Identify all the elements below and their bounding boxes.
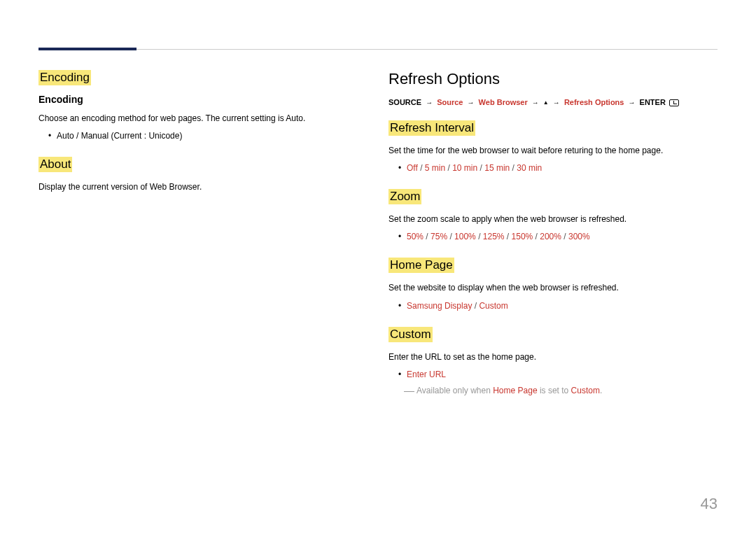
arrow-icon: → — [532, 97, 539, 108]
zoom-heading: Zoom — [388, 189, 718, 204]
page-number: 43 — [701, 495, 718, 513]
homepage-options: Samsung Display / Custom — [388, 300, 718, 313]
homepage-section: Home Page Set the website to display whe… — [388, 258, 718, 312]
bc-web-browser: Web Browser — [479, 98, 528, 106]
enter-icon — [669, 99, 679, 106]
zoom-section: Zoom Set the zoom scale to apply when th… — [388, 189, 718, 244]
arrow-icon: → — [553, 97, 560, 108]
custom-heading: Custom — [388, 327, 718, 342]
refresh-interval-heading: Refresh Interval — [388, 120, 718, 136]
top-accent-bar — [38, 48, 136, 50]
encoding-bullet: Auto / Manual (Current : Unicode) — [38, 129, 354, 143]
homepage-desc: Set the website to display when the web … — [388, 281, 718, 295]
refresh-interval-options: Off / 5 min / 10 min / 15 min / 30 min — [388, 162, 718, 175]
encoding-subheading: Encoding — [38, 94, 354, 105]
breadcrumb: SOURCE → Source → Web Browser → ▲ → Refr… — [388, 97, 718, 109]
custom-option: Enter URL — [388, 368, 718, 381]
homepage-heading: Home Page — [388, 258, 718, 273]
custom-note: ― Available only when Home Page is set t… — [388, 384, 718, 398]
right-column: Refresh Options SOURCE → Source → Web Br… — [388, 70, 718, 412]
bc-source: Source — [437, 98, 463, 106]
refresh-interval-section: Refresh Interval Set the time for the we… — [388, 120, 718, 175]
top-divider — [38, 49, 718, 50]
encoding-section: Encoding Encoding Choose an encoding met… — [38, 70, 354, 143]
left-column: Encoding Encoding Choose an encoding met… — [38, 70, 354, 209]
about-heading: About — [38, 157, 354, 172]
custom-section: Custom Enter the URL to set as the home … — [388, 327, 718, 398]
encoding-heading: Encoding — [38, 70, 354, 85]
bc-enter: ENTER — [640, 98, 666, 106]
arrow-icon: → — [629, 97, 636, 108]
about-desc: Display the current version of Web Brows… — [38, 181, 354, 194]
arrow-icon: → — [426, 97, 433, 108]
about-section: About Display the current version of Web… — [38, 157, 354, 194]
zoom-desc: Set the zoom scale to apply when the web… — [388, 213, 718, 226]
arrow-icon: → — [468, 97, 475, 108]
zoom-options: 50% / 75% / 100% / 125% / 150% / 200% / … — [388, 230, 718, 244]
bc-source-label: SOURCE — [388, 98, 421, 106]
encoding-desc: Choose an encoding method for web pages.… — [38, 112, 354, 125]
bc-refresh-options: Refresh Options — [564, 98, 624, 106]
refresh-options-title: Refresh Options — [388, 70, 718, 88]
refresh-interval-desc: Set the time for the web browser to wait… — [388, 144, 718, 157]
note-dash-icon: ― — [404, 382, 414, 399]
up-triangle-icon: ▲ — [543, 99, 549, 108]
custom-desc: Enter the URL to set as the home page. — [388, 351, 718, 364]
